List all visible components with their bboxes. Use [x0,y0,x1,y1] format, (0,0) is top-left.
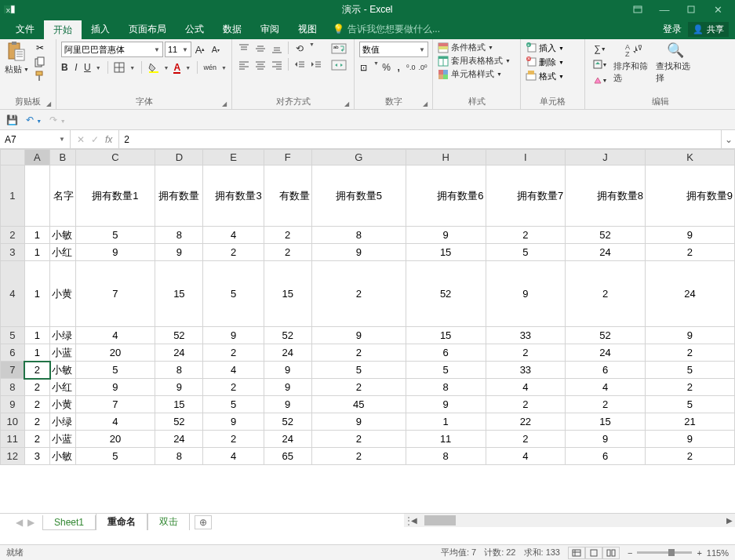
cell[interactable]: 9 [406,396,486,413]
cell[interactable]: 5 [645,396,734,413]
border-button[interactable] [114,60,125,75]
cell[interactable]: 2 [486,227,566,244]
bold-button[interactable]: B [61,60,68,75]
col-header[interactable]: C [75,150,155,165]
align-center-icon[interactable] [253,58,267,72]
cell[interactable]: 4 [203,227,264,244]
cell[interactable]: 15 [406,327,486,344]
cell[interactable]: 9 [486,261,566,327]
col-header[interactable]: I [486,150,566,165]
cell[interactable]: 8 [311,227,406,244]
chevron-down-icon[interactable]: ▼ [129,65,135,71]
tab-nav-prev-icon[interactable]: ◀ [16,517,23,528]
cell[interactable]: 5 [75,362,155,379]
cut-icon[interactable]: ✂ [34,42,46,54]
cell[interactable]: 2 [486,344,566,362]
cell[interactable]: 8 [155,227,203,244]
cell[interactable]: 52 [566,227,646,244]
decrease-decimal-icon[interactable]: .0⁰ [418,60,428,75]
cell[interactable]: 9 [311,244,406,261]
chevron-down-icon[interactable]: ▼ [185,65,191,71]
cell[interactable]: 9 [155,244,203,261]
cell[interactable]: 小蓝 [50,431,76,448]
format-cells-button[interactable]: 格式▼ [526,70,580,82]
cell[interactable]: 9 [264,379,311,396]
cell[interactable]: 2 [311,344,406,362]
font-launcher-icon[interactable]: ◢ [222,100,230,108]
col-header[interactable]: G [311,150,406,165]
col-header[interactable]: J [566,150,646,165]
comma-button[interactable]: , [394,60,403,75]
cell[interactable]: 21 [645,413,734,431]
cell[interactable]: 1 [24,227,50,244]
cell[interactable]: 65 [264,448,311,465]
cell[interactable]: 15 [155,261,203,327]
row-header[interactable]: 2 [1,227,25,244]
save-icon[interactable]: 💾 [6,115,18,125]
cell[interactable]: 2 [311,431,406,448]
find-select-button[interactable]: 🔍 查找和选择 [656,42,695,84]
cell[interactable]: 52 [566,327,646,344]
cell[interactable]: 4 [486,379,566,396]
cell[interactable]: 52 [406,261,486,327]
cell[interactable]: 15 [406,244,486,261]
cell[interactable]: 9 [264,396,311,413]
chevron-down-icon[interactable]: ▼ [96,65,101,71]
cell[interactable]: 拥有数量1 [75,165,155,227]
cell[interactable]: 名字 [50,165,76,227]
row-header[interactable]: 4 [1,261,25,327]
increase-indent-icon[interactable] [309,58,323,72]
cell[interactable]: 2 [311,379,406,396]
underline-button[interactable]: U [84,60,91,75]
conditional-format-button[interactable]: 条件格式▼ [438,42,515,53]
close-icon[interactable]: ✕ [711,3,724,16]
tab-view[interactable]: 视图 [289,19,326,39]
zoom-thumb[interactable] [668,549,675,556]
font-color-button[interactable]: A [173,60,180,75]
cell[interactable]: 2 [645,448,734,465]
align-launcher-icon[interactable]: ◢ [344,100,352,108]
cell[interactable]: 7 [75,261,155,327]
cell[interactable]: 小绿 [50,327,76,344]
col-header[interactable]: K [645,150,734,165]
cell[interactable]: 2 [264,244,311,261]
cell[interactable]: 4 [75,327,155,344]
col-header[interactable]: F [264,150,311,165]
cell[interactable]: 4 [486,448,566,465]
italic-button[interactable]: I [73,60,79,75]
cell[interactable]: 22 [486,413,566,431]
tab-formula[interactable]: 公式 [176,19,213,39]
cell[interactable]: 9 [203,413,264,431]
cell[interactable]: 24 [264,431,311,448]
sheet-tab-dblclick[interactable]: 双击 [147,514,190,530]
select-all-corner[interactable] [1,150,25,165]
view-page-layout-icon[interactable] [585,547,602,559]
fx-icon[interactable]: fx [105,134,112,145]
merge-button[interactable] [329,58,348,72]
cell[interactable]: 4 [203,362,264,379]
view-page-break-icon[interactable] [602,547,620,559]
cell[interactable]: 4 [566,379,646,396]
redo-button[interactable]: ↷ ▼ [49,115,65,125]
cell[interactable]: 9 [155,379,203,396]
row-header[interactable]: 7 [1,362,25,379]
format-as-table-button[interactable]: 套用表格格式▼ [438,55,515,67]
format-painter-icon[interactable] [34,70,46,82]
cell[interactable]: 24 [645,261,734,327]
cell[interactable]: 9 [203,327,264,344]
increase-font-icon[interactable]: A▴ [193,42,207,56]
cell[interactable]: 9 [566,431,646,448]
col-header[interactable]: D [155,150,203,165]
clipboard-launcher-icon[interactable]: ◢ [46,100,54,108]
cell[interactable]: 9 [311,327,406,344]
cell[interactable]: 24 [264,344,311,362]
cell[interactable]: 2 [24,362,50,379]
cell[interactable]: 1 [24,327,50,344]
align-left-icon[interactable] [237,58,251,72]
spreadsheet-grid[interactable]: ABCDEFGHIJK1名字拥有数量1拥有数量拥有数量3有数量拥有数量5拥有数量… [0,149,735,513]
zoom-value[interactable]: 115% [707,548,729,558]
insert-cells-button[interactable]: +插入▼ [526,42,580,54]
align-bottom-icon[interactable] [270,42,284,56]
share-button[interactable]: 👤 共享 [688,22,729,37]
tab-data[interactable]: 数据 [213,19,251,39]
